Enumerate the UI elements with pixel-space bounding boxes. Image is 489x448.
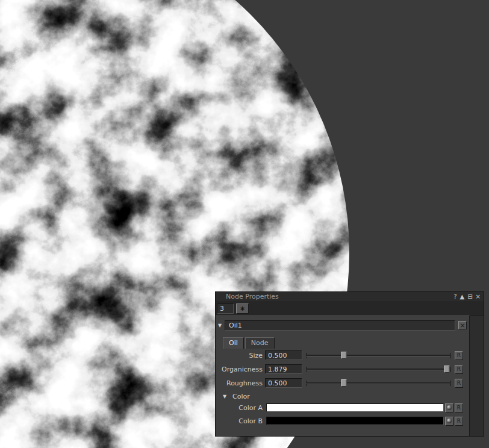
param-row-roughness: Roughness 0.500 R <box>217 378 463 388</box>
node-name-field[interactable]: Oil1 <box>225 320 455 331</box>
page-count-field[interactable]: 3 <box>217 303 234 314</box>
color-section-header[interactable]: ▼ Color <box>223 392 469 400</box>
node-header: ▼ Oil1 × <box>218 320 467 331</box>
tab-node[interactable]: Node <box>245 337 275 349</box>
toolbar-button[interactable]: ∗ <box>236 303 249 314</box>
color-row-b: Color B R <box>217 416 463 426</box>
viewer-background: Node Properties ? ▲ ⊟ × 3 ∗ ▼ Oil1 × Oil <box>0 0 489 448</box>
help-icon[interactable]: ? <box>453 292 456 301</box>
param-label: Color A <box>217 404 265 412</box>
param-slider[interactable] <box>306 364 451 374</box>
slider-handle[interactable] <box>444 366 449 373</box>
slider-groove <box>306 369 451 370</box>
param-label: Organicness <box>217 366 265 373</box>
color-swatch[interactable] <box>266 417 444 425</box>
slider-handle[interactable] <box>341 352 346 359</box>
color-picker-button[interactable] <box>445 403 453 412</box>
window-title: Node Properties <box>226 292 279 301</box>
node-properties-window: Node Properties ? ▲ ⊟ × 3 ∗ ▼ Oil1 × Oil <box>215 291 484 437</box>
param-value-field[interactable]: 0.500 <box>265 378 302 388</box>
reset-button[interactable]: R <box>455 403 463 412</box>
close-window-icon[interactable]: × <box>476 292 481 301</box>
collapse-triangle-icon[interactable]: ▼ <box>218 323 225 328</box>
param-label: Roughness <box>217 379 265 387</box>
tab-bar: Oil Node <box>223 337 469 349</box>
param-slider[interactable] <box>306 378 451 388</box>
param-label: Color B <box>217 417 265 425</box>
reset-button[interactable]: R <box>455 351 463 360</box>
slider-groove <box>306 382 451 384</box>
param-row-size: Size 0.500 R <box>217 350 463 361</box>
color-wheel-icon <box>447 418 452 423</box>
section-label: Color <box>232 393 250 400</box>
toolbar: 3 ∗ <box>216 301 484 316</box>
param-value-field[interactable]: 0.500 <box>265 350 302 360</box>
tab-oil[interactable]: Oil <box>223 337 244 349</box>
node-close-button[interactable]: × <box>458 321 467 329</box>
titlebar-icons: ? ▲ ⊟ × <box>453 292 481 301</box>
slider-groove <box>306 355 451 356</box>
slider-handle[interactable] <box>341 379 346 387</box>
color-wheel-icon <box>447 405 452 410</box>
parameters-body: ▼ Oil1 × Oil Node Size 0.500 R Organi <box>216 316 470 436</box>
reset-button[interactable]: R <box>455 379 463 388</box>
collapse-triangle-icon: ▼ <box>223 394 229 399</box>
reset-button[interactable]: R <box>455 365 463 374</box>
titlebar[interactable]: Node Properties ? ▲ ⊟ × <box>216 292 484 301</box>
color-picker-button[interactable] <box>445 417 453 426</box>
param-slider[interactable] <box>306 350 451 360</box>
param-value-field[interactable]: 1.879 <box>265 364 302 374</box>
reset-button[interactable]: R <box>455 417 463 426</box>
param-row-organicness: Organicness 1.879 R <box>217 364 463 375</box>
float-window-icon[interactable]: ⊟ <box>467 292 472 301</box>
param-label: Size <box>217 352 265 359</box>
rollup-icon[interactable]: ▲ <box>460 292 465 301</box>
asterisk-icon: ∗ <box>240 305 245 313</box>
scrollbar-trough[interactable] <box>470 316 484 436</box>
color-swatch[interactable] <box>266 403 444 412</box>
color-row-a: Color A R <box>217 403 463 412</box>
